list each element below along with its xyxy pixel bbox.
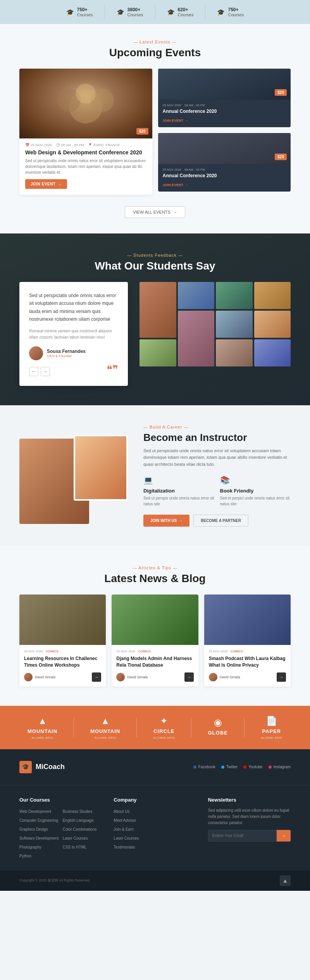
feature-desc-1: Sed ut perspis unde omnis natus error si… [143, 495, 214, 507]
author-title: CEO & Founder [47, 354, 86, 358]
youtube-dot [243, 766, 246, 769]
globe-icon: ◉ [214, 717, 222, 728]
main-event-desc: Sed ut perspiciatis unde omnis natus err… [25, 158, 146, 175]
partner-name-5: PAPER [262, 728, 281, 734]
stat-label-3: Courses [178, 12, 194, 17]
blog-category-1: COMICS [46, 650, 58, 653]
course-item-8: English Language [63, 816, 102, 823]
testimonial-subtext: Roinauit minime veniam quis nostrinecit … [29, 328, 118, 340]
twitter-label: Twitter [226, 765, 238, 769]
partner-mountain-2: ▲ MOUNTAIN ALUMNI ARIS [90, 716, 120, 740]
photo-cell-2 [178, 282, 215, 309]
view-all-label: VIEW ALL EVENTS [133, 210, 170, 214]
newsletter-col-title: Newsletters [208, 797, 291, 803]
youtube-label: Youtube [248, 765, 262, 769]
facebook-link[interactable]: Facebook [193, 765, 215, 769]
author-name: Sousa Fernandes [47, 349, 86, 354]
side-event-1-title: Annual Conference 2020 [163, 109, 286, 114]
side-event-1-price: $20 [275, 89, 287, 96]
side-event-1-date: 25 NOV 2020 [163, 104, 181, 107]
courses-icon-1: 🎓 [66, 9, 74, 16]
instagram-link[interactable]: Instagram [269, 765, 291, 769]
youtube-link[interactable]: Youtube [243, 765, 262, 769]
partner-label: BECOME A PARTNER [201, 519, 241, 523]
partner-mountain-1: ▲ MOUNTAIN ALUMNI ARIS [28, 716, 57, 740]
instructor-buttons: JOIN WITH US → BECOME A PARTNER [143, 515, 291, 527]
side-event-2-time: 08 AM - 09 PM [184, 168, 205, 171]
blog-post-title-2: Djang Models Admin And Harness Rela Tion… [116, 655, 193, 669]
view-all-arrow: → [173, 210, 177, 214]
side-join-button-1[interactable]: JOIN EVENT → [163, 119, 189, 123]
side-arrow-icon-1: → [185, 119, 188, 123]
instagram-label: Instagram [274, 765, 291, 769]
side-event-2-info: 25 NOV 2020 08 AM - 09 PM Annual Confere… [158, 164, 291, 192]
partner-sub-1: ALUMNI ARIS [31, 736, 53, 740]
stat-item-1: 🎓 750+ Courses [55, 5, 105, 19]
side-event-2-date: 25 NOV 2020 [163, 168, 181, 171]
photo-cell-4 [254, 282, 291, 309]
blog-post-title-3: Smash Podcast With Laura Kalbag What Is … [209, 655, 286, 669]
events-section: — Latest Events — Upcoming Events $20 📅 … [0, 24, 310, 233]
course-item-4: Software Development [19, 834, 59, 841]
testimonial-nav: ← → [29, 367, 50, 376]
main-join-button[interactable]: JOIN EVENT → [25, 179, 67, 189]
photo-cell-8 [140, 339, 176, 366]
testimonials-title: What Our Students Say [19, 260, 291, 272]
testimonial-prev-button[interactable]: ← [29, 367, 38, 376]
become-partner-button[interactable]: BECOME A PARTNER [193, 515, 248, 527]
photo-cell-7 [254, 311, 291, 338]
blog-tag: — Articles & Tips — [19, 565, 291, 570]
partner-sub-5: ALUMNI ARIS [261, 736, 282, 740]
main-event-card: $20 📅 25 NOV 2020 🕐 08 AM - 09 PM 📍 PARI… [19, 69, 152, 195]
blog-read-more-3[interactable]: → [277, 672, 286, 682]
view-all-events-button[interactable]: VIEW ALL EVENTS → [125, 206, 185, 218]
partner-divider-3 [191, 718, 191, 737]
partner-name-3: CIRCLE [153, 728, 174, 734]
course-item-11: CSS to HTML [63, 843, 102, 850]
scroll-to-top-button[interactable]: ▲ [280, 875, 291, 886]
feature-digitalization: 💻 Digitalization Sed ut perspis unde omn… [143, 475, 214, 507]
blog-author-info-2: David Simala [116, 673, 148, 681]
newsletter-email-input[interactable] [208, 830, 277, 842]
partner-name-1: MOUNTAIN [28, 728, 57, 734]
join-arrow-icon: → [179, 519, 183, 523]
instructor-section: — Build A Career — Become an Instructor … [0, 405, 310, 546]
partner-name-2: MOUNTAIN [90, 728, 120, 734]
blog-author-row-1: David Simala → [24, 672, 101, 682]
facebook-dot [193, 766, 196, 769]
company-item-1: About Us [114, 807, 196, 814]
footer-courses-col: Our Courses Web Development Computer Eng… [19, 797, 102, 859]
blog-read-more-1[interactable]: → [92, 672, 101, 682]
blog-author-avatar-1 [24, 673, 33, 681]
side-event-1-image: $20 [158, 69, 291, 100]
course-item-1: Web Development [19, 807, 59, 814]
partner-divider-1 [74, 718, 74, 737]
newsletter-submit-button[interactable]: → [277, 830, 291, 842]
join-with-us-button[interactable]: JOIN WITH US → [143, 515, 189, 527]
conf-photo-1 [158, 69, 291, 100]
side-event-1-time: 08 AM - 09 PM [184, 104, 205, 107]
course-item-2: Computer Engineering [19, 816, 59, 823]
side-join-button-2[interactable]: JOIN EVENT → [163, 183, 189, 187]
digitalization-icon: 💻 [143, 475, 214, 485]
blog-author-row-2: David Simala → [116, 672, 193, 682]
courses-two-col: Web Development Computer Engineering Gra… [19, 807, 102, 859]
stat-label-1: Courses [77, 12, 93, 17]
course-item-10: Laser Courses [63, 834, 102, 841]
blog-meta-2: 25 NOV 2020 COMICS [116, 650, 193, 653]
blog-read-more-2[interactable]: → [184, 672, 194, 682]
blog-date-3: 25 NOV 2020 [209, 650, 227, 653]
instructor-secondary-photo [74, 435, 128, 501]
testimonials-inner: Sed ut perspiciatis unde omnis natus err… [19, 282, 291, 386]
testimonial-next-button[interactable]: → [41, 367, 50, 376]
blog-author-avatar-2 [116, 673, 125, 681]
event-time: 🕐 08 AM - 09 PM [56, 143, 84, 147]
side-arrow-icon-2: → [185, 183, 188, 187]
company-col-title: Company [114, 797, 196, 803]
blog-author-info-3: David Simala [209, 673, 240, 681]
copyright-bar: Copyright © 2020 脸滚网 All Rights Reserved… [0, 871, 310, 891]
photo-cell-6 [216, 311, 253, 338]
courses-col-title: Our Courses [19, 797, 102, 803]
twitter-link[interactable]: Twitter [221, 765, 238, 769]
svg-point-3 [76, 84, 96, 104]
